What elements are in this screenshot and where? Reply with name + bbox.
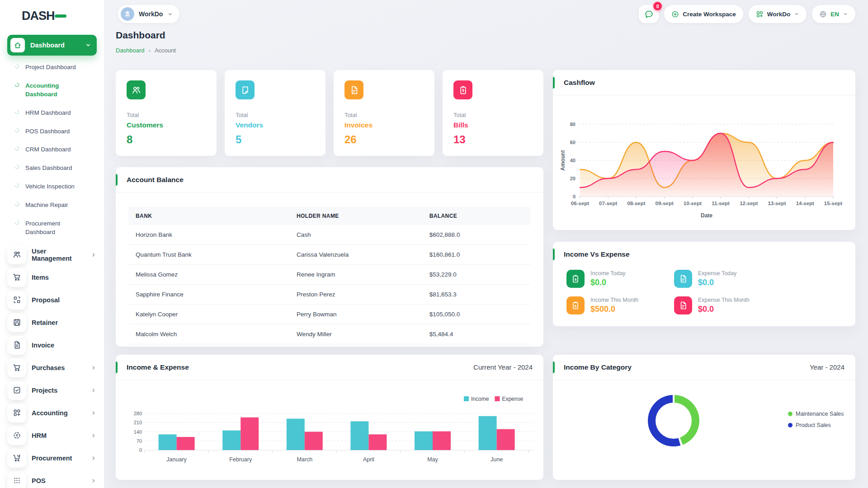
apps-menu-button[interactable]: WorkDo [749,5,807,23]
hrm-icon [7,426,26,445]
stat-label: Bills [453,121,533,129]
sidebar-item-projects[interactable]: Projects [0,381,104,400]
note-icon [236,80,255,99]
sidebar-item-machine-repair[interactable]: Machine Repair [0,196,104,215]
tile-value: $0.0 [590,278,626,287]
language-selector[interactable]: EN [812,5,855,23]
pos-icon [7,471,26,488]
income-by-category-header: Income By Category Year - 2024 [553,355,855,380]
sidebar-item-vehicle-inspection[interactable]: Vehicle Inspection [0,178,104,196]
income-icon: $ [453,80,472,99]
column-header: BALANCE [422,207,531,225]
tile-income-today: $ Income Today $0.0 [566,270,674,290]
column-header: HOLDER NAME [289,207,422,225]
sidebar-item-proposal[interactable]: Proposal [0,291,104,310]
svg-text:08-sept: 08-sept [627,201,645,206]
legend-item-product-sales[interactable]: Product Sales [788,422,844,428]
svg-text:June: June [491,456,503,463]
sidebar-item-procurement-dashboard[interactable]: Procurement Dashboard [0,215,104,242]
chevron-right-icon [90,432,97,439]
chevron-down-icon [85,42,91,48]
sidebar-item-retainer[interactable]: Retainer [0,313,104,332]
brand-logo: DASH [22,9,55,23]
brand-logo-accent [55,14,66,18]
plus-circle-icon [671,10,679,18]
svg-text:280: 280 [134,411,142,416]
messages-button[interactable]: 0 [639,5,659,23]
bullet-icon [14,220,20,225]
expense-icon [674,270,692,288]
chevron-right-icon [90,252,97,258]
breadcrumb-dashboard[interactable]: Dashboard [116,47,145,54]
svg-text:0: 0 [573,194,576,199]
sidebar-item-sales-dashboard[interactable]: Sales Dashboard [0,159,104,178]
income-by-category-donut [648,395,699,446]
legend-dot-icon [788,423,793,427]
create-workspace-button[interactable]: Create Workspace [664,5,743,23]
tile-label: Expense This Month [698,297,750,303]
income-icon: $ [566,270,585,288]
account-balance-card: Account Balance BANKHOLDER NAMEBALANCE H… [116,167,543,347]
sidebar-submenu: Project DashboardAccounting DashboardHRM… [0,58,104,242]
bullet-icon [14,63,20,69]
svg-text:06-sept: 06-sept [571,201,589,206]
breadcrumb-account: Account [155,47,176,54]
sidebar-group-dashboard[interactable]: Dashboard [7,35,97,56]
sidebar-item-items[interactable]: Items [0,268,104,287]
svg-text:80: 80 [570,122,576,127]
sidebar-item-crm-dashboard[interactable]: CRM Dashboard [0,141,104,159]
income-expense-tiles: $ Income Today $0.0 Expense Today $0.0 $… [566,270,750,316]
sidebar-item-accounting[interactable]: Accounting [0,404,104,422]
workspace-switcher[interactable]: WorkDo [118,5,179,23]
income-icon: $ [566,296,585,314]
sidebar-item-hrm[interactable]: HRM [0,426,104,445]
bullet-icon [14,183,20,188]
svg-text:Income: Income [471,396,489,402]
income-expense-card: Income & Expense Current Year - 2024 070… [116,355,543,480]
procurement-icon [7,449,26,468]
sidebar-item-pos-dashboard[interactable]: POS Dashboard [0,122,104,141]
svg-text:11-sept: 11-sept [712,201,730,206]
tile-income-this-month: $ Income This Month $500.0 [566,296,674,316]
projects-icon [7,381,26,400]
stat-label: Vendors [236,121,315,129]
bullet-icon [14,201,20,207]
table-header-row: BANKHOLDER NAMEBALANCE [128,207,531,225]
svg-text:07-sept: 07-sept [599,201,617,206]
sidebar-item-invoice[interactable]: Invoice [0,336,104,355]
chevron-right-icon [90,455,97,461]
svg-text:$: $ [462,88,464,93]
income-vs-expense-card: Income Vs Expense $ Income Today $0.0 Ex… [553,242,855,326]
globe-icon [819,10,827,18]
stat-value: 26 [344,133,424,146]
svg-text:13-sept: 13-sept [768,201,786,206]
stat-prefix: Total [127,112,206,118]
sidebar-item-project-dashboard[interactable]: Project Dashboard [0,58,104,77]
cashflow-card: Cashflow 02040608006-sept07-sept08-sept0… [553,70,855,230]
svg-text:140: 140 [134,429,142,435]
stats-row: Total Customers 8 Total Vendors 5 Total … [116,70,543,156]
tile-value: $0.0 [698,305,750,314]
invoice-icon [7,336,26,355]
sidebar-item-user-management[interactable]: User Management [0,245,104,264]
sidebar-item-purchases[interactable]: Purchases [0,358,104,377]
svg-text:Amount: Amount [560,150,566,170]
chevron-right-icon [90,365,97,371]
bullet-icon [14,82,20,88]
sidebar-item-procurement[interactable]: Procurement [0,449,104,468]
account-balance-title: Account Balance [127,176,184,184]
sidebar-item-pos[interactable]: POS [0,471,104,488]
chat-icon [644,9,654,19]
bullet-icon [14,127,20,133]
svg-text:14-sept: 14-sept [796,201,814,206]
chevron-down-icon [794,11,799,17]
legend-item-maintenance-sales[interactable]: Maintenance Sales [788,411,844,417]
tile-expense-today: Expense Today $0.0 [674,270,750,290]
svg-text:$: $ [575,277,577,282]
stat-value: 8 [127,133,206,146]
table-row: Katelyn CooperPerry Bowman$105,050.0 [128,305,531,324]
sidebar-item-hrm-dashboard[interactable]: HRM Dashboard [0,104,104,122]
tile-label: Expense Today [698,270,736,277]
proposal-icon [7,291,26,310]
sidebar-item-accounting-dashboard[interactable]: Accounting Dashboard [0,77,104,104]
